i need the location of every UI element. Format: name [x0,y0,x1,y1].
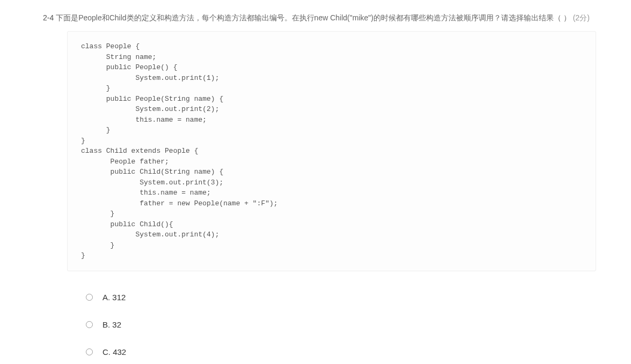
option-a[interactable]: A. 312 [86,293,615,302]
option-a-letter: A. [102,293,110,302]
option-b-letter: B. [102,320,110,329]
radio-b[interactable] [86,321,93,328]
option-b-value: 32 [112,320,121,329]
radio-c[interactable] [86,348,93,355]
option-c-letter: C. [102,347,111,356]
option-c[interactable]: C. 432 [86,347,615,356]
option-a-label: A. 312 [102,293,126,302]
question-header: 2-4 下面是People和Child类的定义和构造方法，每个构造方法都输出编号… [16,13,615,23]
question-points: (2分) [573,13,590,22]
options-list: A. 312 B. 32 C. 432 D. 132 [16,293,615,365]
code-block: class People { String name; public Peopl… [67,31,596,271]
question-number: 2-4 [43,13,54,22]
radio-a[interactable] [86,294,93,301]
option-c-value: 432 [113,347,126,356]
option-b-label: B. 32 [102,320,121,329]
option-b[interactable]: B. 32 [86,320,615,329]
option-c-label: C. 432 [102,347,126,356]
option-a-value: 312 [112,293,126,302]
question-text: 下面是People和Child类的定义和构造方法，每个构造方法都输出编号。在执行… [56,13,571,22]
